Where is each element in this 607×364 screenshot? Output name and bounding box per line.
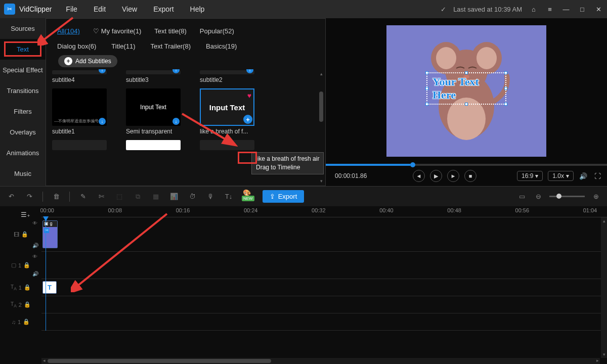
text-tool-icon[interactable]: T↓ — [224, 192, 234, 202]
text-track-1[interactable]: TA1🔒 T — [41, 279, 607, 296]
selected-preset[interactable]: Input Text ♥ + — [200, 88, 254, 126]
last-saved-label: Last saved at 10:39 AM — [453, 6, 522, 13]
tab-dialog-box[interactable]: Dialog box(6) — [57, 42, 96, 50]
app-name: VidClipper — [19, 5, 52, 13]
chevron-down-icon: ▾ — [566, 172, 569, 179]
tab-popular[interactable]: Popular(52) — [200, 27, 234, 35]
undo-icon[interactable]: ↶ — [6, 192, 16, 202]
preset-subtitle1[interactable]: —不像明星通道故事编号↓ subtitle1 — [52, 88, 123, 135]
maximize-icon[interactable]: □ — [578, 5, 587, 14]
zoom-slider[interactable] — [549, 196, 585, 197]
edit-icon[interactable]: ✎ — [78, 192, 88, 202]
title-bar: ✂ VidClipper File Edit View Export Help … — [0, 0, 607, 18]
film-icon: 🎞 — [14, 232, 19, 238]
tab-basics[interactable]: Basics(19) — [206, 42, 237, 50]
lock-icon[interactable]: 🔒 — [23, 262, 30, 268]
favorite-heart-icon[interactable]: ♥ — [247, 92, 251, 100]
sidebar-sources[interactable]: Sources — [0, 18, 46, 39]
video-clip[interactable]: ▣ g ✄ — [42, 220, 58, 248]
menu-file[interactable]: File — [66, 5, 77, 13]
menu-export[interactable]: Export — [153, 5, 174, 13]
text-clip[interactable]: T — [42, 281, 57, 294]
download-icon[interactable]: ↓ — [172, 118, 180, 125]
lock-icon[interactable]: 🔒 — [24, 284, 31, 291]
preset-subtitle3[interactable]: ↓ subtitle3 — [126, 70, 197, 83]
tab-text-title[interactable]: Text title(8) — [154, 27, 187, 35]
download-icon[interactable]: ↓ — [99, 69, 106, 73]
preset-subtitle4[interactable]: ↓ subtitle4 — [52, 70, 123, 83]
playhead[interactable] — [46, 217, 46, 331]
audio-track-1[interactable]: ♫1🔒 — [41, 313, 607, 331]
lock-icon[interactable]: 🔒 — [24, 301, 31, 308]
zoom-in-icon[interactable]: ⊕ — [591, 192, 601, 202]
overlay-track-1[interactable]: ▢1🔒 👁 🔊 — [41, 252, 607, 279]
text-overlay-box[interactable]: Your Text Here — [426, 72, 506, 105]
sidebar-overlays[interactable]: Overlays — [0, 122, 46, 143]
preset-semi-transparent[interactable]: Input Text↓ Semi transparent — [126, 88, 197, 135]
hamburger-icon[interactable]: ≡ — [545, 5, 554, 14]
speaker-icon[interactable]: 🔊 — [32, 243, 38, 248]
minimize-icon[interactable]: — — [561, 5, 571, 14]
play-button[interactable]: ▶ — [430, 170, 442, 182]
sidebar: Sources Text Special Effect Transitions … — [0, 18, 46, 186]
menu-help[interactable]: Help — [190, 5, 205, 13]
sidebar-animations[interactable]: Animations — [0, 143, 46, 163]
add-subtitles-button[interactable]: + Add Subtitles — [58, 55, 117, 67]
eye-icon[interactable]: 👁 — [32, 220, 37, 226]
redo-icon[interactable]: ↷ — [24, 192, 34, 202]
home-icon[interactable]: ⌂ — [529, 5, 538, 14]
speaker-icon[interactable]: 🔊 — [32, 271, 38, 277]
heart-icon: ♡ — [93, 27, 99, 35]
menu-view[interactable]: View — [122, 5, 137, 13]
preview-progress[interactable] — [326, 164, 607, 166]
svg-point-4 — [436, 47, 456, 69]
export-button[interactable]: ⇪ Export — [263, 190, 305, 203]
cut-icon[interactable]: ✄ — [96, 192, 106, 202]
sidebar-text[interactable]: Text — [0, 39, 46, 60]
sidebar-transitions[interactable]: Transitions — [0, 80, 46, 101]
tab-favorite[interactable]: ♡My favorite(1) — [93, 27, 141, 35]
zoom-out-icon[interactable]: ⊖ — [533, 192, 543, 202]
voice-icon[interactable]: 🎙 — [205, 192, 215, 202]
sidebar-music[interactable]: Music — [0, 163, 46, 184]
speed-select[interactable]: 1.0x▾ — [548, 171, 574, 181]
delete-icon[interactable]: 🗑 — [51, 192, 61, 202]
download-icon[interactable]: ↓ — [99, 118, 106, 125]
preset-breath-fresh-air[interactable]: Input Text ♥ + like a breath of f... — [200, 88, 271, 135]
lock-icon[interactable]: 🔒 — [21, 231, 28, 238]
layer-icon: ▢ — [11, 262, 16, 268]
preview-frame[interactable]: Your Text Here — [386, 25, 546, 157]
tab-text-trailer[interactable]: Text Trailer(8) — [151, 42, 191, 50]
preset-tooltip: like a breath of fresh air Drag to Timel… — [251, 152, 324, 174]
crop-icon: ⬚ — [114, 192, 124, 202]
prev-frame-button[interactable]: ◄ — [413, 170, 425, 182]
download-icon[interactable]: ↓ — [246, 69, 253, 73]
svg-point-6 — [476, 47, 497, 69]
aspect-ratio-select[interactable]: 16:9▾ — [517, 171, 543, 181]
sidebar-filters[interactable]: Filters — [0, 101, 46, 122]
sidebar-special-effect[interactable]: Special Effect — [0, 60, 46, 80]
text-track-2[interactable]: TA2🔒 — [41, 296, 607, 313]
video-track[interactable]: 🎞🔒 ▣ g ✄ 👁 🔊 — [41, 217, 607, 252]
stats-icon: 📊 — [169, 192, 179, 202]
close-icon[interactable]: ✕ — [594, 5, 603, 14]
next-frame-button[interactable]: ► — [447, 170, 459, 182]
tab-all[interactable]: All(104) — [57, 27, 80, 35]
download-icon[interactable]: ↓ — [172, 69, 180, 73]
tab-title[interactable]: Title(11) — [111, 42, 135, 50]
speed-icon[interactable]: ⏱ — [187, 192, 197, 202]
preset-subtitle2[interactable]: ↓ subtitle2 — [200, 70, 271, 83]
eye-icon[interactable]: 👁 — [32, 254, 37, 259]
add-preset-button[interactable]: + — [243, 115, 252, 124]
timeline-h-scrollbar[interactable]: ◂ ▸ — [41, 358, 600, 364]
menu-edit[interactable]: Edit — [94, 5, 106, 13]
lock-icon[interactable]: 🔒 — [23, 318, 30, 325]
timeline-v-scrollbar[interactable]: ▴ ▾ — [601, 217, 607, 358]
fullscreen-icon[interactable]: ⛶ — [593, 171, 602, 180]
mosaic-icon: ▦ — [151, 192, 161, 202]
time-ruler[interactable]: 00:00 00:08 00:16 00:24 00:32 00:40 00:4… — [41, 206, 607, 217]
volume-icon[interactable]: 🔊 — [579, 171, 588, 180]
stop-button[interactable]: ■ — [464, 170, 476, 182]
menu-bar: File Edit View Export Help — [66, 5, 204, 13]
fit-icon[interactable]: ▭ — [517, 192, 527, 202]
